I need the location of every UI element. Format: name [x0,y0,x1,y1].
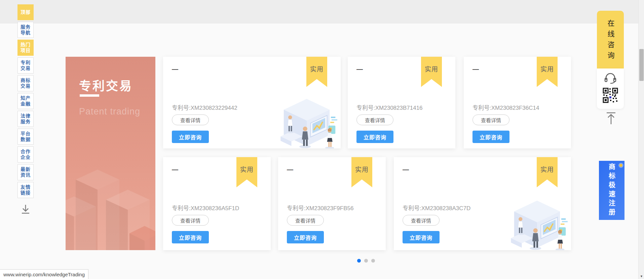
patent-number: 专利号:XM230823229442 [172,103,237,111]
carousel-pagination [357,259,375,263]
ribbon-label: 实用 [540,64,554,87]
scrollbar-thumb[interactable] [639,49,644,81]
patent-card: — 实用 [394,157,571,250]
view-details-button[interactable]: 查看详情 [172,215,209,226]
patent-card: — 实用 [348,57,455,148]
back-to-top-button[interactable] [605,111,617,126]
consult-now-button[interactable]: 立即咨询 [403,231,440,243]
patent-number: 专利号:XM230823F9FB56 [287,203,353,212]
patent-number: 专利号:XM230823F36C14 [472,103,539,111]
sidebar-item-3[interactable]: 专利交易 [17,57,34,74]
link-preview-url: www.winerip.com/knowledgeTrading [3,272,85,277]
hero-title-underline [80,94,99,97]
ribbon-badge: 实用 [351,157,372,187]
consult-now-button[interactable]: 立即咨询 [356,131,393,143]
hero-panel: 专利交易 Patent trading [66,57,155,250]
consult-now-button[interactable]: 立即咨询 [172,131,209,143]
sidebar-item-0[interactable]: 顶部 [17,4,34,20]
hero-buildings-illustration [66,139,155,250]
trademark-express-label: 商标极速注册 [607,163,617,218]
patent-card: — 实用 [464,57,571,148]
sidebar-item-2[interactable]: 热门项目 [17,40,34,56]
card-title-dash: — [356,65,363,73]
view-details-button[interactable]: 查看详情 [172,114,209,125]
view-details-button[interactable]: 查看详情 [356,114,393,125]
carousel-dot-1[interactable] [364,259,368,263]
sidebar-item-1[interactable]: 服务导航 [17,22,34,38]
card-title-dash: — [287,166,293,173]
card-title-dash: — [172,65,178,73]
online-consult-button[interactable]: 在线咨询 [597,11,624,68]
ribbon-badge: 实用 [306,57,327,87]
sidebar-item-10[interactable]: 友情链接 [17,182,34,198]
patent-card: — 实用 [163,57,341,148]
top-band [0,0,644,24]
link-preview-statusbar: www.winerip.com/knowledgeTrading [0,269,88,279]
kiosk-illustration [275,90,339,148]
sidebar-item-7[interactable]: 平台数据 [17,129,34,145]
vertical-scrollbar[interactable]: ▼ [638,0,644,279]
online-consult-label: 在线咨询 [605,17,615,62]
ribbon-label: 实用 [425,64,438,87]
consult-now-button[interactable]: 立即咨询 [172,231,209,243]
sidebar-item-6[interactable]: 法律服务 [17,111,34,127]
trademark-express-banner[interactable]: 商标极速注册 [599,161,624,220]
anchor-sidebar: 顶部服务导航热门项目专利交易商标交易知产金融法律服务平台数据合作企业最新资讯友情… [17,4,34,200]
consult-now-button[interactable]: 立即咨询 [472,131,509,143]
patent-number: 专利号:XM230823B71416 [356,103,423,111]
contact-tools-box [597,68,624,109]
ribbon-label: 实用 [540,165,554,187]
carousel-dot-0[interactable] [357,259,361,263]
sidebar-item-4[interactable]: 商标交易 [17,75,34,91]
sidebar-more-button[interactable] [17,203,34,216]
carousel-dot-2[interactable] [371,259,375,263]
headset-icon[interactable] [603,71,617,85]
ribbon-badge: 实用 [537,57,558,87]
ribbon-badge: 实用 [421,57,442,87]
page: 顶部服务导航热门项目专利交易商标交易知产金融法律服务平台数据合作企业最新资讯友情… [0,0,644,279]
card-title-dash: — [472,65,479,73]
view-details-button[interactable]: 查看详情 [403,215,440,226]
patent-number: 专利号:XM2308238A3C7D [403,203,470,212]
view-details-button[interactable]: 查看详情 [472,114,509,125]
qr-code-icon[interactable] [603,88,618,103]
card-title-dash: — [403,166,409,173]
ribbon-label: 实用 [355,165,369,187]
ribbon-label: 实用 [240,165,254,187]
ribbon-badge: 实用 [236,157,257,187]
scrollbar-down-arrow[interactable]: ▼ [639,273,644,279]
consult-now-button[interactable]: 立即咨询 [287,231,324,243]
arrow-up-to-line-icon [605,111,617,125]
card-title-dash: — [172,166,178,173]
banner-notification-dot [619,164,622,167]
kiosk-illustration [505,192,569,250]
chevron-down-underline-icon [19,203,32,216]
hero-subtitle: Patent trading [79,106,140,117]
patent-number: 专利号:XM2308236A5F1D [172,203,239,212]
sidebar-item-8[interactable]: 合作企业 [17,146,34,162]
view-details-button[interactable]: 查看详情 [287,215,324,226]
sidebar-item-9[interactable]: 最新资讯 [17,164,34,180]
sidebar-item-5[interactable]: 知产金融 [17,93,34,109]
patent-card: — 实用 [278,157,386,250]
ribbon-badge: 实用 [537,157,558,187]
ribbon-label: 实用 [310,64,324,87]
hero-title: 专利交易 [79,76,133,94]
patent-card: — 实用 [163,157,271,250]
